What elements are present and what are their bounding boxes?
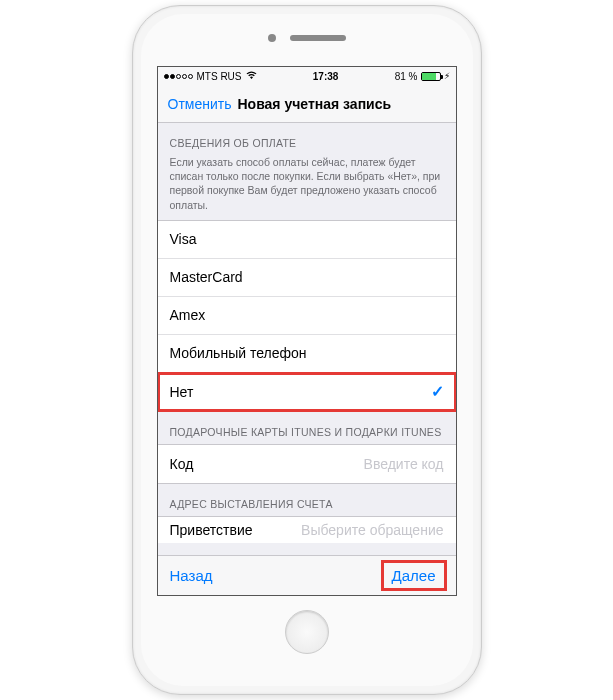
bottom-toolbar: Назад Далее: [158, 555, 456, 595]
payment-option-none[interactable]: Нет ✓: [158, 373, 456, 411]
payment-option-visa[interactable]: Visa: [158, 221, 456, 259]
billing-list: Приветствие Выберите обращение: [158, 516, 456, 543]
screen: MTS RUS 17:38 81 % ⚡︎ Отменить Новая уче…: [157, 66, 457, 596]
page-title: Новая учетная запись: [237, 96, 391, 112]
content-area: СВЕДЕНИЯ ОБ ОПЛАТЕ Если указать способ о…: [158, 123, 456, 555]
back-button[interactable]: Назад: [170, 567, 213, 584]
gift-card-list: Код Введите код: [158, 444, 456, 484]
status-bar: MTS RUS 17:38 81 % ⚡︎: [158, 67, 456, 85]
gift-code-row[interactable]: Код Введите код: [158, 445, 456, 483]
billing-section-header: АДРЕС ВЫСТАВЛЕНИЯ СЧЕТА: [158, 484, 456, 516]
clock: 17:38: [313, 71, 339, 82]
status-right: 81 % ⚡︎: [395, 71, 450, 82]
wifi-icon: [246, 71, 257, 82]
next-button-highlight: Далее: [384, 563, 444, 588]
navigation-bar: Отменить Новая учетная запись: [158, 85, 456, 123]
status-left: MTS RUS: [164, 71, 257, 82]
next-button[interactable]: Далее: [392, 567, 436, 584]
salutation-row[interactable]: Приветствие Выберите обращение: [158, 517, 456, 543]
battery-icon: [421, 72, 441, 81]
payment-section-header: СВЕДЕНИЯ ОБ ОПЛАТЕ: [158, 123, 456, 155]
iphone-inner: MTS RUS 17:38 81 % ⚡︎ Отменить Новая уче…: [141, 14, 473, 686]
payment-option-label: Amex: [170, 307, 206, 323]
payment-option-label: Visa: [170, 231, 197, 247]
payment-option-mobile[interactable]: Мобильный телефон: [158, 335, 456, 373]
payment-option-mastercard[interactable]: MasterCard: [158, 259, 456, 297]
cancel-button[interactable]: Отменить: [168, 96, 232, 112]
earpiece-speaker: [290, 35, 346, 41]
salutation-value: Выберите обращение: [301, 522, 443, 538]
payment-option-amex[interactable]: Amex: [158, 297, 456, 335]
gift-code-label: Код: [170, 456, 230, 472]
front-camera: [268, 34, 276, 42]
charging-icon: ⚡︎: [444, 71, 450, 81]
iphone-frame: MTS RUS 17:38 81 % ⚡︎ Отменить Новая уче…: [132, 5, 482, 695]
checkmark-icon: ✓: [431, 382, 444, 401]
home-button[interactable]: [285, 610, 329, 654]
carrier-label: MTS RUS: [197, 71, 242, 82]
top-sensors: [268, 30, 346, 46]
payment-option-label: Мобильный телефон: [170, 345, 307, 361]
payment-option-label: MasterCard: [170, 269, 243, 285]
gift-code-input[interactable]: Введите код: [364, 456, 444, 472]
payment-options-list: Visa MasterCard Amex Мобильный телефон Н…: [158, 220, 456, 412]
battery-percent: 81 %: [395, 71, 418, 82]
payment-option-label: Нет: [170, 384, 194, 400]
payment-section-note: Если указать способ оплаты сейчас, плате…: [158, 155, 456, 220]
signal-strength-icon: [164, 74, 193, 79]
gift-section-header: ПОДАРОЧНЫЕ КАРТЫ ITUNES И ПОДАРКИ ITUNES: [158, 412, 456, 444]
salutation-label: Приветствие: [170, 522, 253, 538]
